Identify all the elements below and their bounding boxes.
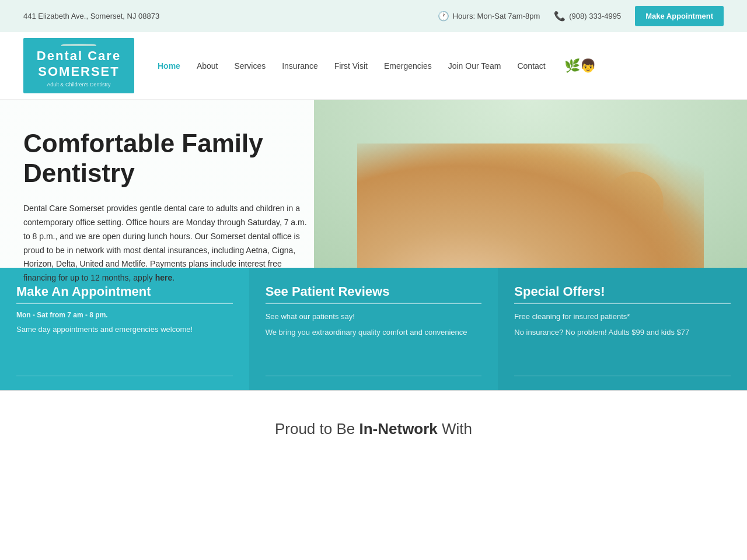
svg-point-7 xyxy=(605,172,664,232)
bottom-section: Proud to Be In-Network With xyxy=(0,390,747,467)
reviews-card-text1: See what our patients say! xyxy=(266,311,482,323)
svg-point-4 xyxy=(513,186,589,276)
logo[interactable]: Dental Care SOMERSET Adult & Children's … xyxy=(23,38,134,93)
nav-emergencies[interactable]: Emergencies xyxy=(384,61,432,71)
appointment-card-title: Make An Appointment xyxy=(16,284,233,304)
card-divider xyxy=(266,376,482,376)
hero-title: Comfortable Family Dentistry xyxy=(23,129,362,188)
top-bar-right: 🕐 Hours: Mon-Sat 7am-8pm 📞 (908) 333-499… xyxy=(438,6,724,26)
offers-card-title: Special Offers! xyxy=(514,284,731,304)
nav-join-team[interactable]: Join Our Team xyxy=(448,61,501,71)
reviews-card-text2: We bring you extraordinary quality comfo… xyxy=(266,327,482,338)
kids-icon: 🌿👦 xyxy=(564,58,596,74)
phone-text: (908) 333-4995 xyxy=(569,12,621,20)
phone-icon: 📞 xyxy=(554,10,566,22)
reviews-card[interactable]: See Patient Reviews See what our patient… xyxy=(249,268,498,390)
nav-services[interactable]: Services xyxy=(235,61,266,71)
nav-insurance[interactable]: Insurance xyxy=(282,61,317,71)
cards-row: Make An Appointment Mon - Sat from 7 am … xyxy=(0,268,747,390)
offers-card-text2: No insurance? No problem! Adults $99 and… xyxy=(514,327,731,338)
card-divider xyxy=(16,376,233,376)
svg-point-3 xyxy=(444,177,493,230)
logo-icon xyxy=(61,44,96,46)
card-divider xyxy=(514,376,731,376)
svg-point-5 xyxy=(525,166,577,221)
offers-card[interactable]: Special Offers! Free cleaning for insure… xyxy=(498,268,747,390)
nav-first-visit[interactable]: First Visit xyxy=(334,61,368,71)
appointment-card[interactable]: Make An Appointment Mon - Sat from 7 am … xyxy=(0,268,249,390)
main-nav: Home About Services Insurance First Visi… xyxy=(158,58,724,74)
reviews-card-title: See Patient Reviews xyxy=(266,284,482,304)
header: Dental Care SOMERSET Adult & Children's … xyxy=(0,32,747,100)
hero-body: Dental Care Somerset provides gentle den… xyxy=(23,202,309,285)
hours-info: 🕐 Hours: Mon-Sat 7am-8pm xyxy=(438,10,540,22)
hero-content: Comfortable Family Dentistry Dental Care… xyxy=(23,129,362,285)
clock-icon: 🕐 xyxy=(438,10,449,22)
svg-point-2 xyxy=(434,197,503,279)
logo-title: Dental Care SOMERSET xyxy=(37,48,121,79)
nav-home[interactable]: Home xyxy=(158,61,180,71)
bottom-title: Proud to Be In-Network With xyxy=(23,420,724,438)
logo-subtitle: Adult & Children's Dentistry xyxy=(47,82,110,88)
appointment-card-hours: Mon - Sat from 7 am - 8 pm. xyxy=(16,311,233,319)
svg-point-9 xyxy=(400,202,439,243)
hero-link[interactable]: here xyxy=(155,273,173,282)
nav-contact[interactable]: Contact xyxy=(517,61,545,71)
logo-box: Dental Care SOMERSET Adult & Children's … xyxy=(23,38,134,93)
hours-text: Hours: Mon-Sat 7am-8pm xyxy=(453,12,540,20)
appointment-card-text: Same day appointments and emergencies we… xyxy=(16,324,233,335)
make-appointment-button[interactable]: Make Appointment xyxy=(635,6,724,26)
nav-about[interactable]: About xyxy=(197,61,218,71)
top-bar: 441 Elizabeth Ave., Somerset, NJ 08873 🕐… xyxy=(0,0,747,32)
address-text: 441 Elizabeth Ave., Somerset, NJ 08873 xyxy=(23,12,159,20)
hero-section: Comfortable Family Dentistry Dental Care… xyxy=(0,100,747,390)
offers-card-text1: Free cleaning for insured patients* xyxy=(514,311,731,323)
phone-info: 📞 (908) 333-4995 xyxy=(554,10,621,22)
